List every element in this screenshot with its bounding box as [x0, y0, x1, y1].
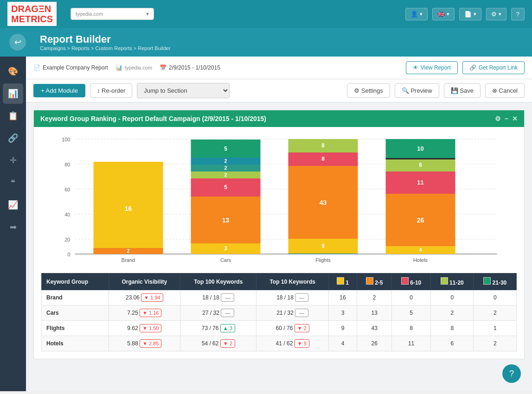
svg-text:9: 9: [321, 243, 325, 249]
user-button[interactable]: 👤 ▾: [405, 8, 428, 20]
help-nav-button[interactable]: ?: [511, 8, 525, 20]
svg-text:20: 20: [64, 237, 70, 242]
page-title: Report Builder: [40, 33, 171, 45]
add-module-button[interactable]: + Add Module: [33, 84, 85, 97]
col-header-11-20: 11-20: [431, 273, 474, 290]
cancel-button[interactable]: ⊗ Cancel: [485, 83, 525, 98]
col-header-top10: Top 10 Keywords: [256, 273, 329, 290]
module-close-icon[interactable]: ✕: [512, 115, 518, 122]
col-header-2-5: 2-5: [357, 273, 392, 290]
report-name-item: 📄 Example Company Report: [33, 64, 108, 71]
table-row: Hotels5.88 ▼ 2.8554 / 62 ▼ 241 / 62 ▼ 94…: [42, 336, 517, 351]
reorder-button[interactable]: ↕ Re-order: [90, 83, 132, 98]
col-header-top100: Top 100 Keywords: [180, 273, 256, 290]
svg-text:16: 16: [125, 205, 132, 212]
svg-rect-50: [386, 158, 455, 159]
svg-text:5: 5: [224, 184, 227, 191]
svg-text:6: 6: [419, 162, 422, 168]
sidebar-item-reports[interactable]: 📋: [3, 106, 23, 126]
settings-action-button[interactable]: ⚙ Settings: [347, 83, 390, 98]
help-fab-button[interactable]: ?: [502, 364, 521, 383]
module-title: Keyword Group Ranking - Report Default C…: [40, 115, 266, 122]
svg-text:Flights: Flights: [315, 257, 331, 263]
calendar-icon: 📅: [160, 64, 167, 71]
svg-rect-40: [288, 254, 358, 254]
domain-selector[interactable]: typedia.com ▾: [71, 8, 154, 20]
module-gear-icon[interactable]: ⚙: [495, 115, 501, 122]
svg-text:8: 8: [321, 142, 325, 149]
module-minimize-icon[interactable]: −: [505, 115, 508, 122]
col-header-6-10: 6-10: [392, 273, 431, 290]
top-navigation: DRAGΞN METRICS typedia.com ▾ 👤 ▾ 🇬🇧 ▾ 📄 …: [0, 0, 532, 28]
module-header: Keyword Group Ranking - Report Default C…: [34, 110, 524, 127]
jump-to-section-select[interactable]: Jump to Section: [137, 83, 230, 98]
sidebar-item-dashboard[interactable]: 🎨: [3, 61, 23, 82]
domain-icon: 📊: [115, 64, 122, 71]
breadcrumb: Campaigns > Reports > Custom Reports > R…: [40, 45, 171, 51]
page-header: ↩ Report Builder Campaigns > Reports > C…: [0, 28, 532, 57]
report-name: Example Company Report: [43, 64, 108, 71]
svg-text:80: 80: [64, 162, 70, 167]
link-icon: 🔗: [469, 64, 476, 71]
sidebar-item-charts[interactable]: 📈: [3, 195, 23, 215]
table-row: Flights9.62 ▼ 1.5073 / 76 ▲ 360 / 76 ▼ 2…: [42, 321, 517, 336]
binoculars-icon: 👁: [413, 64, 418, 71]
svg-text:Hotels: Hotels: [413, 257, 428, 263]
svg-text:10: 10: [417, 145, 423, 152]
sidebar-item-analytics[interactable]: 📊: [3, 83, 23, 104]
module-container: Keyword Group Ranking - Report Default C…: [33, 110, 525, 359]
svg-text:5: 5: [224, 146, 227, 152]
data-table: Keyword Group Organic Visibility Top 100…: [41, 273, 517, 351]
svg-text:8: 8: [321, 156, 325, 162]
svg-text:2: 2: [224, 158, 227, 164]
col-header-1: 1: [328, 273, 357, 290]
svg-text:43: 43: [320, 199, 327, 206]
table-row: Cars7.25 ▼ 1.1627 / 32 —21 / 32 —313522: [42, 305, 517, 321]
preview-button[interactable]: 🔍 Preview: [395, 83, 439, 98]
save-button[interactable]: 💾 Save: [444, 83, 481, 98]
back-button[interactable]: ↩: [9, 34, 26, 51]
doc-button[interactable]: 📄 ▾: [459, 8, 481, 20]
date-range: 2/9/2015 - 1/10/2015: [169, 64, 220, 71]
svg-text:13: 13: [222, 216, 230, 224]
svg-text:3: 3: [224, 245, 227, 252]
table-row: Brand23.06 ▼ 1.9418 / 18 —18 / 18 —16200…: [42, 290, 517, 305]
col-header-21-30: 21-30: [474, 273, 517, 290]
col-header-visibility: Organic Visibility: [109, 273, 180, 290]
date-range-item: 📅 2/9/2015 - 1/10/2015: [160, 64, 220, 71]
svg-text:100: 100: [62, 137, 70, 142]
svg-text:40: 40: [64, 212, 70, 217]
sidebar-item-navigate[interactable]: ➡: [3, 217, 23, 237]
report-toolbar: 📄 Example Company Report 📊 typedia.com 📅…: [26, 57, 532, 79]
svg-text:60: 60: [64, 187, 70, 192]
svg-text:4: 4: [419, 247, 422, 253]
content-area: 📄 Example Company Report 📊 typedia.com 📅…: [26, 57, 532, 391]
svg-text:2: 2: [127, 248, 129, 254]
svg-text:26: 26: [417, 216, 424, 224]
language-button[interactable]: 🇬🇧 ▾: [432, 8, 455, 20]
svg-text:Cars: Cars: [220, 257, 231, 263]
svg-text:11: 11: [417, 179, 423, 186]
svg-text:Brand: Brand: [122, 257, 135, 263]
sidebar-item-citations[interactable]: ❝: [3, 172, 23, 193]
settings-button[interactable]: ⚙ ▾: [486, 8, 506, 20]
domain-item: 📊 typedia.com: [115, 64, 152, 71]
main-layout: 🎨 📊 📋 🔗 ✛ ❝ 📈 ➡ 📄 Example Company Report…: [0, 57, 532, 391]
sidebar: 🎨 📊 📋 🔗 ✛ ❝ 📈 ➡: [0, 57, 26, 391]
bar-chart: 100 80 60 40 20 0: [41, 134, 517, 264]
sidebar-item-tools[interactable]: ✛: [3, 150, 23, 171]
svg-text:0: 0: [67, 252, 70, 257]
get-report-link-button[interactable]: 🔗 Get Report Link: [462, 61, 525, 74]
brand-logo: DRAGΞN METRICS: [7, 2, 57, 26]
chart-area: 100 80 60 40 20 0: [34, 127, 524, 273]
report-icon: 📄: [33, 64, 40, 71]
col-header-group: Keyword Group: [42, 273, 109, 290]
svg-text:2: 2: [224, 172, 227, 178]
svg-text:2: 2: [224, 165, 227, 171]
sidebar-item-links[interactable]: 🔗: [3, 128, 23, 148]
view-report-button[interactable]: 👁 View Report: [406, 61, 458, 74]
action-bar: + Add Module ↕ Re-order Jump to Section …: [26, 79, 532, 102]
